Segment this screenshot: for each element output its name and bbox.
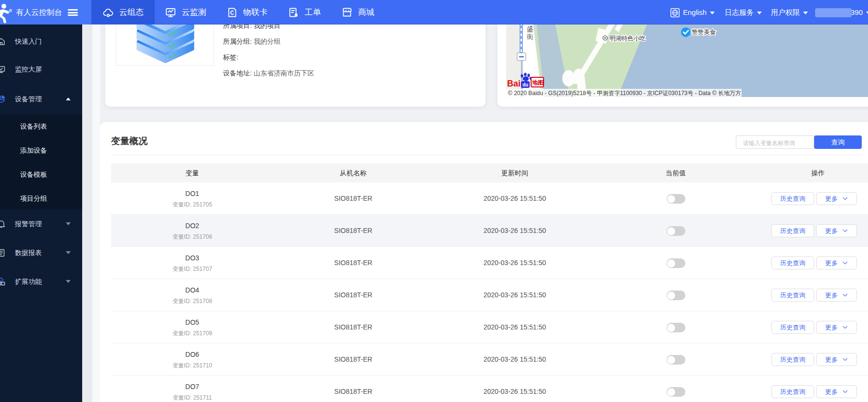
svg-text:街: 街: [527, 33, 533, 40]
svg-text:Bai: Bai: [507, 79, 521, 88]
svg-text:地图: 地图: [532, 79, 544, 86]
svg-text:明湖特色小吃: 明湖特色小吃: [609, 35, 646, 42]
svg-text:盛: 盛: [527, 25, 533, 33]
svg-text:© 2020 Baidu - GS(2019)5218号 -: © 2020 Baidu - GS(2019)5218号 - 甲测资字11009…: [508, 90, 741, 97]
svg-text:赞赞美食: 赞赞美食: [692, 29, 716, 36]
svg-text:du: du: [522, 82, 528, 87]
